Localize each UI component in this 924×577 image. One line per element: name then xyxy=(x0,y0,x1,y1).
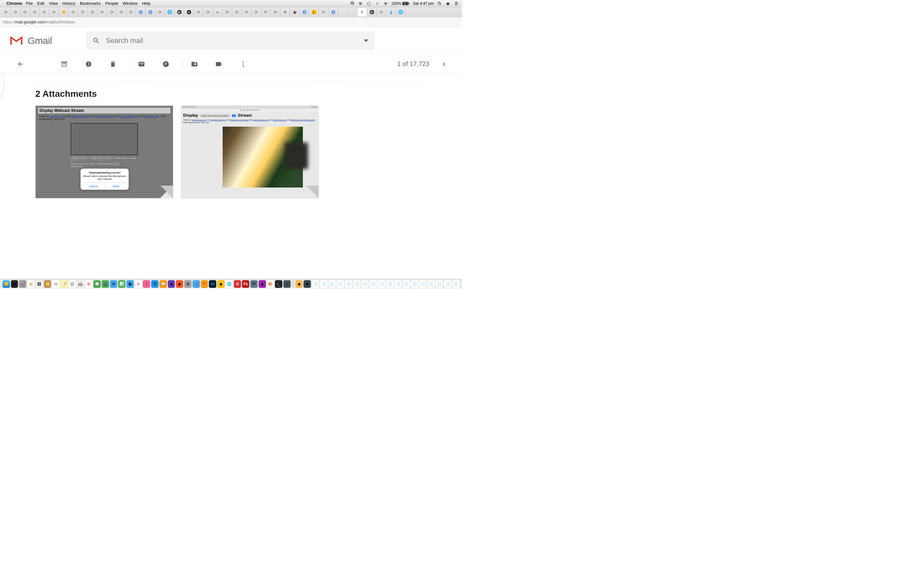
menu-people[interactable]: People xyxy=(105,1,118,6)
dock-doc[interactable]: 📄 xyxy=(403,280,410,288)
menu-file[interactable]: File xyxy=(26,1,33,6)
menu-help[interactable]: Help xyxy=(142,1,151,6)
delete-button[interactable] xyxy=(105,56,121,72)
browser-tab[interactable]: ⟳ xyxy=(204,8,213,16)
dock-notes[interactable]: 📝 xyxy=(60,280,68,288)
browser-tab[interactable]: ⟳ xyxy=(107,8,117,16)
labels-button[interactable] xyxy=(211,56,226,72)
dock-books[interactable]: 📖 xyxy=(160,280,167,288)
dock-doc[interactable]: 📄 xyxy=(320,280,328,288)
dock-doc[interactable]: 📄 xyxy=(444,280,451,288)
dock-calendar[interactable]: 15 xyxy=(52,280,59,288)
dock-doc[interactable]: 📄 xyxy=(345,280,352,288)
dock-app[interactable]: ◆ xyxy=(304,280,311,288)
browser-tab[interactable] xyxy=(386,8,396,16)
browser-tab[interactable]: ⟳ xyxy=(117,8,126,16)
dock-settings[interactable]: ⚙ xyxy=(184,280,192,288)
status-battery[interactable]: 100% xyxy=(391,1,410,6)
browser-tab[interactable]: ⟳ xyxy=(126,8,136,16)
browser-tab[interactable]: ⟳ xyxy=(242,8,252,16)
dock-numbers[interactable]: 📊 xyxy=(118,280,126,288)
browser-tab[interactable]: ❄ xyxy=(280,8,290,16)
dock-doc[interactable]: 📄 xyxy=(378,280,385,288)
status-notifications-icon[interactable]: ☰ xyxy=(454,1,459,6)
mark-unread-button[interactable] xyxy=(134,56,149,72)
browser-tab[interactable]: ⟳ xyxy=(11,8,21,16)
browser-tab[interactable]: ⟳ xyxy=(376,8,386,16)
dock-appstore[interactable]: Ⓐ xyxy=(151,280,158,288)
status-spotlight-icon[interactable] xyxy=(437,1,442,6)
dock-doc[interactable]: 📄 xyxy=(452,280,460,288)
browser-tab[interactable]: ⟳ xyxy=(1,8,11,16)
dock-mail[interactable]: ✉ xyxy=(110,280,118,288)
browser-tab[interactable]: ◐ xyxy=(174,8,184,16)
move-to-button[interactable] xyxy=(187,56,202,72)
browser-tab[interactable]: ⟳ xyxy=(69,8,78,16)
close-icon[interactable]: ✕ xyxy=(360,10,364,15)
dock-reminders[interactable]: ☑ xyxy=(69,280,76,288)
menubar-app-name[interactable]: Chrome xyxy=(6,1,22,6)
status-tool-icon[interactable]: ⚙ xyxy=(358,1,363,6)
browser-tab[interactable] xyxy=(328,8,338,16)
browser-tab[interactable]: ⟳ xyxy=(232,8,242,16)
browser-tab[interactable]: 🌐 xyxy=(165,8,174,16)
dock-mamp[interactable]: Ⓜ xyxy=(250,280,258,288)
status-wifi-icon[interactable] xyxy=(383,1,388,6)
browser-tab[interactable]: ⟳ xyxy=(40,8,49,16)
archive-button[interactable] xyxy=(57,56,72,72)
status-display-icon[interactable]: ▢ xyxy=(367,1,372,6)
browser-tab[interactable]: ⟳ xyxy=(21,8,30,16)
menu-bookmarks[interactable]: Bookmarks xyxy=(80,1,101,6)
dock-doc[interactable]: 📄 xyxy=(411,280,418,288)
back-button[interactable] xyxy=(13,56,28,72)
search-box[interactable] xyxy=(86,31,375,50)
browser-tab[interactable]: L xyxy=(309,8,319,16)
browser-tab[interactable]: ⟳ xyxy=(261,8,271,16)
dock-messages[interactable]: 💬 xyxy=(94,280,101,288)
menu-history[interactable]: History xyxy=(62,1,75,6)
dock-doc[interactable]: 📄 xyxy=(370,280,377,288)
dock-safari[interactable]: 🧭 xyxy=(27,280,35,288)
dock-xcode[interactable]: 🔨 xyxy=(192,280,200,288)
dock-opera[interactable]: O xyxy=(234,280,241,288)
dock-doc[interactable]: 📄 xyxy=(419,280,427,288)
dock-doc[interactable]: 📄 xyxy=(436,280,443,288)
dock-doc[interactable]: 📄 xyxy=(386,280,394,288)
search-input[interactable] xyxy=(106,37,364,45)
browser-tab-active[interactable]: ✕ xyxy=(357,8,367,16)
dock-noentry[interactable]: ⊘ xyxy=(135,280,142,288)
dock-finder[interactable]: 😊 xyxy=(3,280,10,288)
browser-tab[interactable]: ⟳ xyxy=(271,8,280,16)
search-dropdown-icon[interactable] xyxy=(364,39,368,42)
dock-app[interactable]: ⬛ xyxy=(283,280,291,288)
dock-doc[interactable]: 📄 xyxy=(312,280,319,288)
dock-chrome[interactable]: 🌐 xyxy=(226,280,233,288)
browser-tab[interactable]: ⟳ xyxy=(49,8,59,16)
dock-filezilla[interactable]: Fz xyxy=(242,280,249,288)
dock-siri[interactable]: ◉ xyxy=(11,280,18,288)
dock-app[interactable]: ◆ xyxy=(217,280,225,288)
dock-launchpad[interactable]: 🚀 xyxy=(19,280,26,288)
dock-automator[interactable]: 🤖 xyxy=(77,280,84,288)
browser-tab[interactable]: ⟳ xyxy=(78,8,88,16)
dock-photoshop[interactable]: Ps xyxy=(209,280,216,288)
browser-tab[interactable]: ⟳ xyxy=(252,8,261,16)
dock-paint[interactable]: 🎨 xyxy=(267,280,274,288)
prev-button[interactable] xyxy=(439,59,449,69)
dock-doc[interactable]: 📄 xyxy=(328,280,336,288)
browser-tab[interactable]: ⟳ xyxy=(30,8,40,16)
dock-photos[interactable]: 🌸 xyxy=(85,280,92,288)
browser-tab[interactable]: ⟳ xyxy=(223,8,232,16)
browser-tab[interactable]: ◐ xyxy=(367,8,376,16)
attachment-card-1[interactable]: Display Webcam Stream Thanks to www.kiru… xyxy=(35,105,173,198)
browser-tab[interactable]: ⟳ xyxy=(319,8,328,16)
browser-tab[interactable] xyxy=(145,8,155,16)
more-button[interactable] xyxy=(236,56,251,72)
browser-tab[interactable] xyxy=(338,8,348,16)
browser-address-bar[interactable]: https://mail.google.com/mail/u/0/#inbox xyxy=(0,17,462,27)
attachment-card-2[interactable]: 5:52 pm Sat 15 Jul ▾ 24% ◧ 🔒 rjmprogramm… xyxy=(181,105,319,198)
dock-doc[interactable]: 📄 xyxy=(362,280,369,288)
browser-tab[interactable]: ⟳ xyxy=(194,8,204,16)
dock-app[interactable]: ◆ xyxy=(258,280,266,288)
dock-contacts[interactable]: 📒 xyxy=(44,280,51,288)
